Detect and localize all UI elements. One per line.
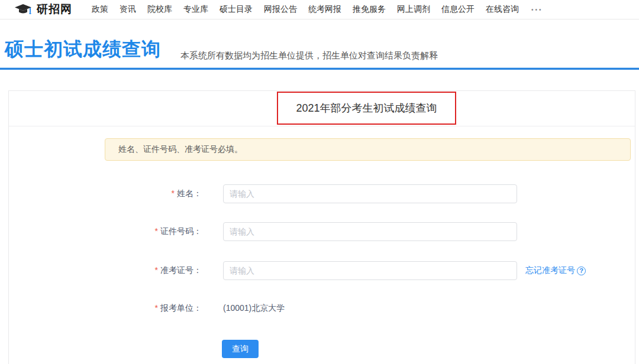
nav-menu: 政策 资讯 院校库 专业库 硕士目录 网报公告 统考网报 推免服务 网上调剂 信… bbox=[92, 4, 543, 15]
nav-item-news[interactable]: 资讯 bbox=[120, 4, 136, 15]
forgot-ticket-link[interactable]: 忘记准考证号 ? bbox=[525, 265, 586, 276]
form-row-name: *姓名： bbox=[9, 184, 635, 203]
form-row-target-school: *报考单位： (10001)北京大学 bbox=[9, 299, 635, 318]
required-fields-alert: 姓名、证件号码、准考证号必填。 bbox=[105, 138, 631, 161]
graduation-cap-icon bbox=[15, 4, 33, 16]
target-school-value: (10001)北京大学 bbox=[223, 303, 285, 314]
admission-ticket-label: *准考证号： bbox=[9, 265, 202, 276]
page-subtitle: 本系统所有数据均为招生单位提供，招生单位对查询结果负责解释 bbox=[180, 50, 438, 61]
page-title: 硕士初试成绩查询 bbox=[5, 37, 161, 63]
name-label: *姓名： bbox=[9, 188, 202, 199]
nav-item-info-disclosure[interactable]: 信息公开 bbox=[441, 4, 475, 15]
id-number-input[interactable] bbox=[223, 222, 517, 241]
score-query-card: 2021年部分考生初试成绩查询 姓名、证件号码、准考证号必填。 *姓名： *证件… bbox=[8, 90, 635, 364]
name-input[interactable] bbox=[223, 184, 517, 203]
top-navigation-bar: 研招网 政策 资讯 院校库 专业库 硕士目录 网报公告 统考网报 推免服务 网上… bbox=[0, 0, 639, 20]
card-title: 2021年部分考生初试成绩查询 bbox=[296, 101, 437, 115]
nav-more-dots-icon[interactable]: ••• bbox=[531, 6, 543, 13]
card-header: 2021年部分考生初试成绩查询 bbox=[9, 91, 635, 126]
query-submit-button[interactable]: 查询 bbox=[222, 340, 259, 358]
site-logo-text: 研招网 bbox=[37, 2, 72, 17]
form-row-id-number: *证件号码： bbox=[9, 222, 635, 241]
site-logo[interactable]: 研招网 bbox=[15, 2, 72, 17]
question-mark-circle-icon[interactable]: ? bbox=[577, 266, 586, 275]
nav-item-master-catalog[interactable]: 硕士目录 bbox=[220, 4, 253, 15]
nav-item-online-adjustment[interactable]: 网上调剂 bbox=[397, 4, 430, 15]
required-asterisk: * bbox=[172, 188, 175, 198]
required-asterisk: * bbox=[155, 303, 158, 313]
nav-item-online-report-notice[interactable]: 网报公告 bbox=[264, 4, 297, 15]
required-asterisk: * bbox=[155, 226, 158, 236]
nav-item-major-library[interactable]: 专业库 bbox=[183, 4, 208, 15]
nav-item-college-library[interactable]: 院校库 bbox=[147, 4, 172, 15]
target-school-label: *报考单位： bbox=[9, 303, 202, 314]
nav-item-unified-exam-report[interactable]: 统考网报 bbox=[308, 4, 341, 15]
id-number-label: *证件号码： bbox=[9, 226, 202, 237]
nav-item-policy[interactable]: 政策 bbox=[92, 4, 108, 15]
required-asterisk: * bbox=[155, 265, 158, 275]
red-annotation-box: 2021年部分考生初试成绩查询 bbox=[277, 92, 456, 125]
nav-item-online-consult[interactable]: 在线咨询 bbox=[486, 4, 519, 15]
blue-divider-line bbox=[0, 67, 639, 70]
admission-ticket-input[interactable] bbox=[223, 261, 517, 280]
nav-item-exemption-service[interactable]: 推免服务 bbox=[353, 4, 386, 15]
form-row-admission-ticket: *准考证号： 忘记准考证号 ? bbox=[9, 261, 635, 280]
alert-text: 姓名、证件号码、准考证号必填。 bbox=[118, 144, 243, 155]
